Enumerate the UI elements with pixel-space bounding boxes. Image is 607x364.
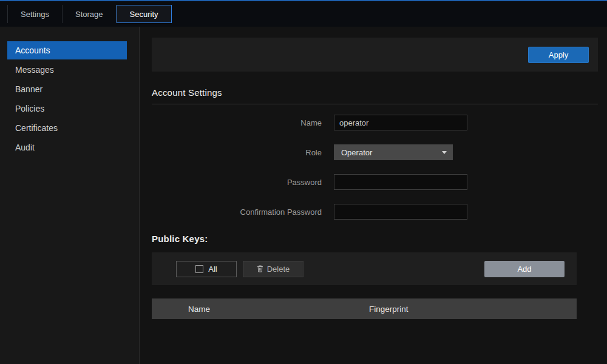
confirmation-password-field[interactable] — [334, 204, 467, 220]
page-title: Account Settings — [152, 87, 598, 98]
column-header-name: Name — [152, 305, 369, 314]
sidebar-item-accounts[interactable]: Accounts — [7, 41, 127, 59]
password-field[interactable] — [334, 174, 467, 190]
column-header-fingerprint: Fingerprint — [369, 305, 577, 314]
apply-button[interactable]: Apply — [528, 47, 589, 63]
name-label: Name — [140, 118, 334, 127]
apply-toolbar: Apply — [152, 38, 598, 72]
chevron-down-icon — [442, 151, 447, 154]
confirmation-password-row: Confirmation Password — [140, 204, 607, 220]
sidebar-item-audit[interactable]: Audit — [0, 138, 139, 157]
delete-label: Delete — [267, 265, 290, 274]
role-row: Role Operator — [140, 144, 607, 160]
trash-icon — [257, 265, 263, 272]
role-select[interactable]: Operator — [334, 144, 453, 160]
role-select-value: Operator — [341, 148, 372, 157]
select-all-checkbox[interactable] — [195, 265, 203, 273]
sidebar-item-messages[interactable]: Messages — [0, 61, 139, 79]
tab-security[interactable]: Security — [117, 5, 172, 23]
main-content: Apply Account Settings Name Role Operato… — [140, 27, 607, 364]
password-row: Password — [140, 174, 607, 190]
sidebar-item-banner[interactable]: Banner — [0, 80, 139, 98]
public-keys-title: Public Keys: — [152, 234, 607, 244]
name-field[interactable] — [334, 115, 467, 130]
add-button[interactable]: Add — [484, 261, 565, 277]
public-keys-table-header: Name Fingerprint — [152, 298, 577, 319]
tab-settings[interactable]: Settings — [7, 5, 63, 23]
password-label: Password — [140, 178, 334, 187]
sidebar: Accounts Messages Banner Policies Certif… — [0, 27, 140, 364]
tab-storage[interactable]: Storage — [63, 5, 117, 23]
top-navigation-bar: Settings Storage Security — [0, 0, 607, 27]
role-label: Role — [140, 148, 334, 157]
section-divider — [152, 104, 598, 104]
name-row: Name — [140, 115, 607, 130]
confirmation-password-label: Confirmation Password — [140, 207, 334, 217]
account-settings-form: Name Role Operator Password Confirmation… — [140, 115, 607, 220]
public-keys-toolbar: All Delete Add — [152, 252, 577, 285]
select-all-label: All — [208, 265, 217, 274]
sidebar-item-certificates[interactable]: Certificates — [0, 119, 139, 137]
select-all-button[interactable]: All — [176, 261, 237, 277]
sidebar-item-policies[interactable]: Policies — [0, 99, 139, 118]
delete-button[interactable]: Delete — [243, 261, 304, 277]
